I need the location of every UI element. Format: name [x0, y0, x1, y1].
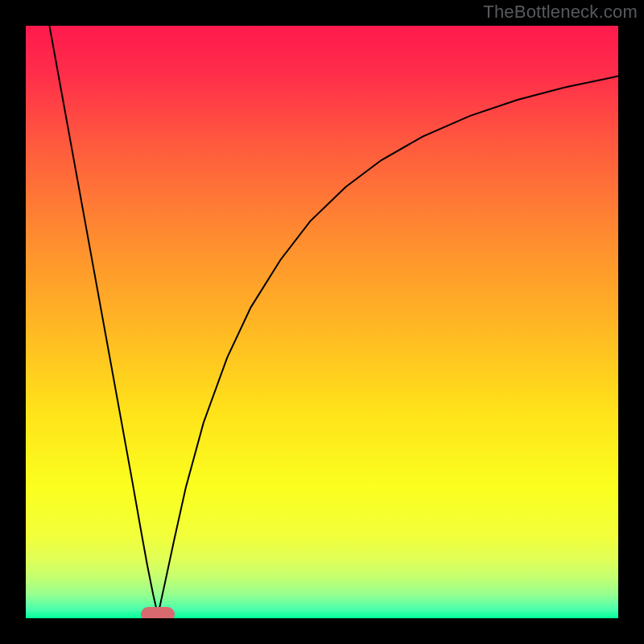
curve-right-branch	[158, 76, 618, 616]
min-marker	[141, 607, 175, 618]
plot-area	[26, 26, 618, 618]
curve	[26, 26, 618, 618]
curve-left-branch	[49, 26, 158, 615]
attribution-label: TheBottleneck.com	[483, 2, 638, 23]
chart-frame: TheBottleneck.com	[0, 0, 644, 644]
